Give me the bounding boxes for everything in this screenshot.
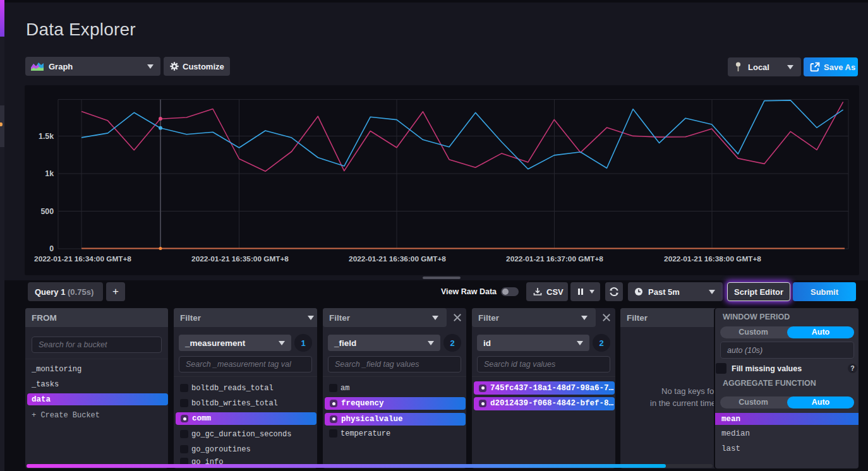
svg-text:1k: 1k — [45, 169, 54, 178]
svg-text:500: 500 — [40, 207, 54, 216]
svg-text:2022-01-21 16:35:00 GMT+8: 2022-01-21 16:35:00 GMT+8 — [191, 254, 289, 263]
svg-text:2022-01-21 16:34:00 GMT+8: 2022-01-21 16:34:00 GMT+8 — [34, 254, 131, 263]
svg-text:1.5k: 1.5k — [39, 132, 54, 141]
svg-text:2022-01-21 16:37:00 GMT+8: 2022-01-21 16:37:00 GMT+8 — [506, 254, 603, 263]
svg-text:0: 0 — [49, 244, 54, 253]
svg-text:2022-01-21 16:38:00 GMT+8: 2022-01-21 16:38:00 GMT+8 — [664, 254, 761, 263]
svg-text:2022-01-21 16:36:00 GMT+8: 2022-01-21 16:36:00 GMT+8 — [349, 254, 446, 263]
